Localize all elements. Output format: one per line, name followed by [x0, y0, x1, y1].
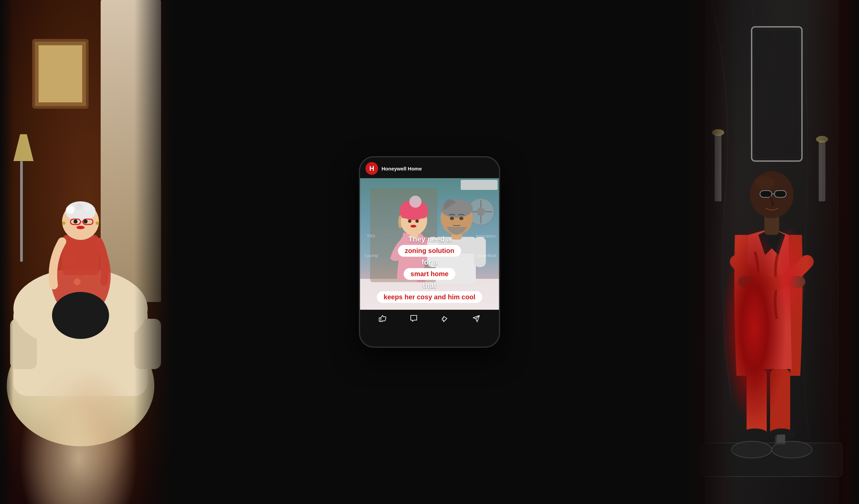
- svg-rect-32: [705, 0, 839, 504]
- svg-point-36: [712, 129, 724, 136]
- svg-point-53: [772, 441, 812, 458]
- svg-rect-10: [134, 319, 161, 369]
- svg-point-73: [410, 225, 417, 228]
- line-keeps-cosy: keeps her cosy and him cool: [377, 291, 482, 303]
- share-button[interactable]: [441, 314, 450, 325]
- svg-rect-69: [400, 208, 428, 218]
- svg-rect-39: [747, 369, 767, 436]
- svg-point-82: [459, 217, 463, 220]
- scene: H Honeywell Home: [0, 0, 859, 504]
- svg-point-23: [74, 219, 77, 224]
- phone-mockup: H Honeywell Home: [359, 156, 500, 348]
- overlay-text: They need a zoning solution for a smart …: [360, 235, 499, 303]
- svg-point-49: [741, 428, 768, 441]
- svg-rect-31: [684, 0, 859, 504]
- svg-rect-25: [71, 219, 80, 225]
- line-for-a: for a: [421, 258, 438, 267]
- svg-point-14: [83, 268, 91, 276]
- svg-point-70: [409, 196, 421, 208]
- right-side-image: [684, 0, 859, 504]
- svg-point-38: [816, 136, 828, 142]
- svg-point-20: [66, 206, 75, 214]
- svg-point-28: [76, 226, 85, 229]
- like-button[interactable]: [378, 314, 387, 325]
- post-header: H Honeywell Home: [360, 157, 499, 178]
- svg-rect-46: [760, 190, 772, 197]
- svg-rect-26: [83, 219, 93, 225]
- svg-point-22: [84, 204, 91, 212]
- svg-point-72: [416, 219, 419, 223]
- svg-point-30: [96, 222, 99, 225]
- svg-point-15: [74, 278, 80, 285]
- svg-point-50: [768, 428, 795, 441]
- post-footer: [360, 310, 499, 329]
- svg-point-41: [738, 276, 755, 288]
- svg-point-44: [750, 171, 794, 218]
- svg-point-45: [755, 176, 775, 189]
- svg-point-52: [732, 441, 772, 458]
- line-they-need-a: They need a: [408, 235, 451, 244]
- svg-point-19: [65, 201, 96, 222]
- line-zoning-solution: zoning solution: [398, 245, 461, 257]
- svg-rect-83: [379, 318, 381, 321]
- svg-rect-5: [20, 161, 23, 262]
- svg-rect-17: [62, 235, 99, 275]
- svg-rect-8: [13, 302, 148, 396]
- svg-rect-2: [101, 0, 161, 302]
- svg-rect-37: [819, 141, 826, 201]
- svg-point-21: [75, 203, 82, 210]
- brand-name: Honeywell Home: [381, 166, 422, 171]
- svg-rect-58: [462, 181, 496, 188]
- send-button[interactable]: [472, 314, 481, 325]
- brand-logo: H: [365, 162, 378, 175]
- svg-rect-9: [10, 319, 37, 369]
- svg-rect-40: [770, 369, 790, 436]
- svg-rect-47: [774, 190, 786, 197]
- comment-button[interactable]: [409, 314, 418, 325]
- svg-point-71: [408, 219, 411, 223]
- svg-rect-51: [701, 443, 842, 476]
- left-side-image: [0, 0, 175, 504]
- svg-rect-4: [39, 45, 82, 102]
- svg-point-62: [477, 208, 485, 216]
- svg-point-13: [65, 257, 75, 267]
- svg-rect-55: [777, 434, 785, 443]
- svg-point-12: [50, 231, 111, 319]
- svg-point-29: [62, 222, 65, 225]
- svg-point-16: [52, 292, 109, 339]
- svg-point-24: [84, 219, 88, 224]
- svg-rect-33: [752, 27, 802, 161]
- svg-point-18: [62, 203, 99, 240]
- svg-rect-34: [755, 30, 799, 158]
- svg-point-81: [450, 217, 454, 220]
- line-smart-home: smart home: [404, 268, 455, 280]
- line-that: that: [423, 281, 436, 290]
- svg-rect-54: [775, 436, 785, 445]
- post-image: TRV programm t pump underfloor They need…: [360, 178, 499, 310]
- svg-point-11: [13, 269, 148, 349]
- svg-point-42: [788, 276, 805, 288]
- svg-point-7: [7, 325, 154, 446]
- svg-rect-35: [715, 134, 721, 201]
- svg-rect-43: [764, 211, 779, 235]
